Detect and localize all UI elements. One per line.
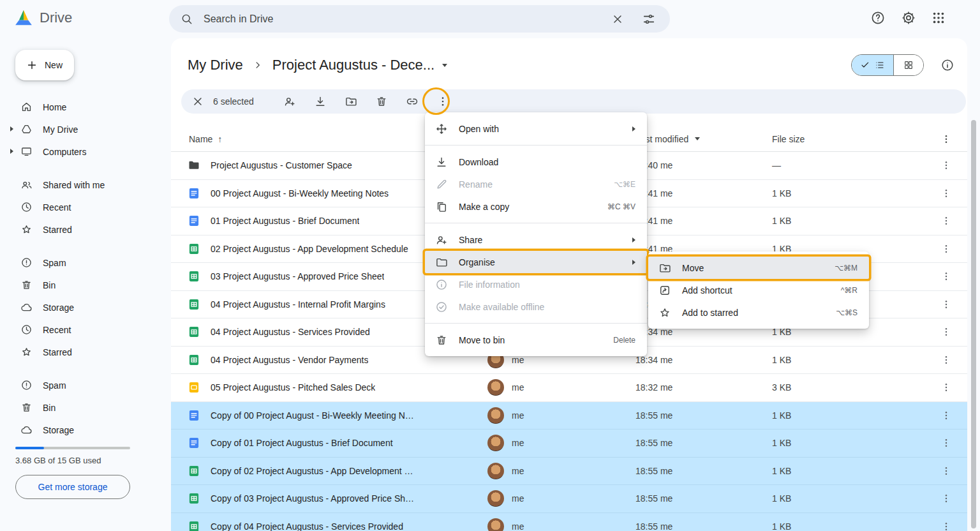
menu-item-organise[interactable]: Organise [425, 251, 647, 273]
delete-button[interactable] [366, 95, 397, 108]
clear-selection-icon[interactable] [191, 95, 204, 108]
details-info-icon[interactable] [940, 58, 954, 72]
sidebar-item-spam[interactable]: Spam [8, 251, 156, 274]
row-menu-button[interactable] [916, 188, 967, 199]
column-header-size[interactable]: File size [769, 134, 916, 144]
search-bar[interactable]: Search in Drive [169, 5, 670, 33]
menu-item-make-a-copy[interactable]: Make a copy ⌘C ⌘V [425, 195, 647, 218]
docs-icon [188, 187, 200, 200]
owner-avatar [487, 490, 504, 507]
sidebar: New Home My Drive Computers Shared with … [0, 38, 163, 531]
sort-ascending-icon[interactable]: ↑ [218, 134, 222, 144]
context-menu: Open with Download Rename ⌥⌘E Make a cop… [425, 112, 647, 356]
table-row-selected[interactable]: Copy of 02 Project Augustus - App Develo… [171, 458, 967, 486]
sidebar-item-starred[interactable]: Starred [8, 341, 156, 363]
row-menu-button[interactable] [916, 299, 967, 310]
folder-menu-caret-icon[interactable] [442, 64, 447, 67]
view-toggle [851, 54, 924, 76]
row-menu-button[interactable] [916, 410, 967, 421]
submenu-item-add-shortcut[interactable]: Add shortcut ^⌘R [648, 279, 869, 301]
row-menu-button[interactable] [916, 215, 967, 227]
trash-icon [435, 334, 448, 347]
clock-icon [20, 324, 33, 336]
menu-item-move-to-bin[interactable]: Move to bin Delete [425, 329, 647, 351]
table-row-selected[interactable]: Copy of 03 Project Augustus - Approved P… [171, 485, 967, 513]
row-menu-button[interactable] [916, 521, 967, 531]
sidebar-item-shared-with-me[interactable]: Shared with me [8, 174, 156, 196]
get-link-button[interactable] [397, 95, 427, 108]
breadcrumb-root[interactable]: My Drive [188, 57, 243, 73]
row-menu-button[interactable] [916, 465, 967, 477]
app-name: Drive [40, 10, 72, 26]
sidebar-nav: Home My Drive Computers Shared with me R… [8, 96, 156, 441]
sidebar-item-starred[interactable]: Starred [8, 218, 156, 241]
folder-icon [188, 159, 200, 172]
sidebar-item-my-drive[interactable]: My Drive [8, 118, 156, 140]
row-menu-button[interactable] [916, 382, 967, 393]
sidebar-item-recent[interactable]: Recent [8, 318, 156, 341]
column-options[interactable] [916, 133, 967, 145]
slides-icon [188, 381, 200, 394]
submenu-item-move[interactable]: Move ⌥⌘M [648, 257, 869, 279]
drive-logo[interactable]: Drive [14, 9, 72, 26]
expand-icon[interactable] [10, 149, 13, 154]
docs-icon [188, 437, 200, 449]
breadcrumb-current[interactable]: Project Augustus - Dece... [272, 57, 434, 73]
sidebar-item-spam[interactable]: Spam [8, 374, 156, 396]
sidebar-item-bin[interactable]: Bin [8, 274, 156, 296]
help-icon[interactable] [870, 10, 886, 26]
submenu-item-add-to-starred[interactable]: Add to starred ⌥⌘S [648, 301, 869, 324]
row-menu-button[interactable] [916, 493, 967, 504]
storage-progress-fill [15, 447, 44, 449]
search-input[interactable]: Search in Drive [204, 13, 611, 25]
menu-item-open-with[interactable]: Open with [425, 117, 647, 140]
grid-view-button[interactable] [893, 55, 923, 75]
get-more-storage-button[interactable]: Get more storage [15, 475, 130, 499]
row-menu-button[interactable] [916, 160, 967, 171]
check-icon [860, 60, 870, 70]
row-menu-button[interactable] [916, 271, 967, 282]
row-menu-button[interactable] [916, 354, 967, 366]
new-button[interactable]: New [15, 50, 74, 80]
share-button[interactable] [274, 95, 305, 108]
star-icon [658, 306, 671, 319]
search-options-icon[interactable] [642, 12, 656, 26]
home-icon [20, 101, 33, 113]
sidebar-item-bin[interactable]: Bin [8, 396, 156, 419]
vertical-scrollbar[interactable] [971, 120, 976, 528]
sidebar-item-computers[interactable]: Computers [8, 140, 156, 163]
table-row[interactable]: 05 Project Augustus - Pitched Sales Deck… [171, 374, 967, 402]
row-menu-button[interactable] [916, 326, 967, 338]
column-header-modified[interactable]: Last modified [635, 134, 769, 144]
apps-grid-icon[interactable] [932, 11, 946, 25]
folder-icon [435, 256, 448, 269]
table-row-selected[interactable]: Copy of 00 Project August - Bi-Weekly Me… [171, 402, 967, 430]
settings-gear-icon[interactable] [901, 10, 916, 26]
clear-search-icon[interactable] [611, 13, 624, 26]
sidebar-item-storage[interactable]: Storage [8, 419, 156, 441]
list-view-button[interactable] [852, 55, 893, 75]
expand-icon[interactable] [10, 126, 13, 131]
menu-item-share[interactable]: Share [425, 228, 647, 251]
person-add-icon [435, 234, 448, 246]
table-row-selected[interactable]: Copy of 04 Project Augustus - Services P… [171, 513, 967, 531]
sidebar-item-recent[interactable]: Recent [8, 196, 156, 218]
pencil-icon [435, 178, 448, 191]
sidebar-item-storage[interactable]: Storage [8, 296, 156, 318]
sheets-icon [188, 325, 200, 338]
open-with-icon [435, 123, 448, 135]
menu-item-download[interactable]: Download [425, 151, 647, 173]
menu-item-rename: Rename ⌥⌘E [425, 173, 647, 195]
more-actions-button[interactable] [427, 95, 458, 108]
move-to-button[interactable] [336, 95, 366, 108]
table-row-selected[interactable]: Copy of 01 Project Augustus - Brief Docu… [171, 430, 967, 458]
info-icon [435, 278, 448, 291]
sheets-icon [188, 520, 200, 531]
download-button[interactable] [305, 95, 336, 108]
list-view-icon [875, 60, 885, 70]
row-menu-button[interactable] [916, 437, 967, 449]
sidebar-item-home[interactable]: Home [8, 96, 156, 118]
column-header-name[interactable]: Name↑ [171, 134, 464, 144]
docs-icon [188, 409, 200, 422]
row-menu-button[interactable] [916, 243, 967, 255]
